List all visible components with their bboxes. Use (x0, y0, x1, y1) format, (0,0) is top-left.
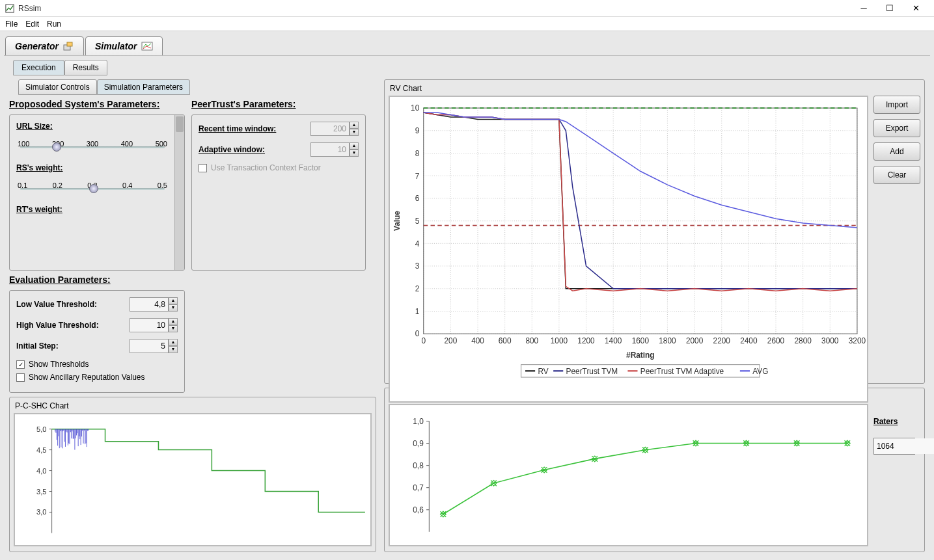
rt-weight-label: RT's weight: (16, 205, 178, 214)
svg-text:1400: 1400 (605, 336, 622, 345)
menu-file[interactable]: File (5, 20, 18, 29)
titlebar: RSsim ─ ☐ ✕ (0, 0, 934, 17)
tab-generator[interactable]: Generator (5, 36, 84, 56)
svg-text:400: 400 (471, 336, 484, 345)
svg-text:AVG: AVG (752, 367, 768, 376)
svg-text:2200: 2200 (713, 336, 731, 345)
svg-text:200: 200 (444, 336, 457, 345)
svg-text:3,0: 3,0 (36, 508, 46, 516)
import-button[interactable]: Import (873, 96, 920, 114)
rs-weight-slider[interactable]: 0.1 0.2 0.3 0.4 0.5 (16, 181, 169, 198)
svg-text:4,0: 4,0 (36, 467, 46, 475)
url-size-slider[interactable]: 100 200 300 400 500 (16, 140, 169, 157)
proposed-panel: URL Size: 100 200 300 400 (9, 114, 185, 271)
rv-chart-panel: RV Chart 0200400600800100012001400160018… (384, 79, 925, 384)
svg-text:PeerTrust TVM Adaptive: PeerTrust TVM Adaptive (640, 367, 724, 376)
show-ancillary-checkbox[interactable]: Show Ancillary Reputation Values (16, 373, 178, 382)
simulator-icon (141, 41, 153, 51)
svg-text:9: 9 (415, 126, 420, 135)
inner-tabs: Simulator Controls Simulation Parameters (18, 79, 380, 95)
checkbox-icon: ✓ (16, 360, 25, 369)
rs-weight-label: RS's weight: (16, 163, 169, 172)
low-threshold-spinner[interactable]: ▲▼ (130, 297, 178, 312)
pcshc-title: P-C-SHC Chart (14, 401, 372, 410)
svg-text:PeerTrust TVM: PeerTrust TVM (566, 367, 618, 376)
tab-results[interactable]: Results (64, 60, 107, 75)
svg-text:1: 1 (415, 307, 420, 316)
svg-text:0,8: 0,8 (413, 461, 424, 470)
recent-window-spinner[interactable]: ▲▼ (310, 122, 359, 136)
svg-text:2: 2 (415, 284, 420, 293)
svg-text:RV: RV (538, 367, 548, 376)
svg-text:1800: 1800 (659, 336, 676, 345)
svg-text:7: 7 (415, 172, 420, 181)
menu-edit[interactable]: Edit (25, 20, 39, 29)
maximize-button[interactable]: ☐ (877, 1, 903, 16)
rv-chart: 0200400600800100012001400160018002000220… (389, 96, 868, 403)
clear-button[interactable]: Clear (873, 166, 920, 184)
menu-run[interactable]: Run (47, 20, 61, 29)
init-step-spinner[interactable]: ▲▼ (130, 339, 178, 353)
url-size-label: URL Size: (16, 122, 169, 131)
app-icon (5, 4, 14, 13)
svg-rect-2 (67, 42, 72, 46)
svg-text:2600: 2600 (767, 336, 785, 345)
rv-chart-title: RV Chart (389, 84, 920, 93)
svg-text:0,9: 0,9 (413, 439, 424, 448)
svg-text:4: 4 (415, 239, 420, 248)
svg-text:6: 6 (415, 194, 420, 203)
peer-panel: Recent time window: ▲▼ Adaptive window: … (191, 114, 366, 271)
svg-text:8: 8 (415, 149, 420, 158)
svg-text:600: 600 (499, 336, 512, 345)
checkbox-icon (16, 373, 25, 382)
svg-text:2000: 2000 (686, 336, 704, 345)
svg-text:1600: 1600 (632, 336, 650, 345)
tab-execution[interactable]: Execution (13, 60, 64, 75)
high-threshold-label: High Value Threshold: (16, 321, 124, 330)
main-tabs: Generator Simulator (0, 31, 934, 56)
checkbox-icon (199, 164, 207, 172)
raters-label: Raters (873, 417, 920, 426)
add-button[interactable]: Add (873, 142, 920, 161)
recent-window-label: Recent time window: (199, 124, 305, 133)
window-title: RSsim (18, 4, 851, 13)
menubar: File Edit Run (0, 17, 934, 31)
init-step-label: Initial Step: (16, 341, 124, 351)
rs-chart-panel: RS Chart 0,60,70,80,91,0 Raters ▼ (384, 388, 925, 552)
peer-title: PeerTrust's Parameters: (191, 99, 366, 109)
svg-text:0,6: 0,6 (413, 505, 424, 514)
svg-text:3200: 3200 (849, 336, 866, 345)
tab-generator-label: Generator (15, 41, 59, 51)
show-thresholds-checkbox[interactable]: ✓ Show Thresholds (16, 360, 178, 369)
svg-text:3,5: 3,5 (36, 488, 46, 496)
low-threshold-label: Low Value Threshold: (16, 300, 124, 309)
minimize-button[interactable]: ─ (851, 1, 877, 16)
tab-sim-params[interactable]: Simulation Parameters (97, 79, 190, 95)
svg-text:1,0: 1,0 (413, 417, 424, 426)
generator-icon (62, 41, 74, 51)
svg-text:1200: 1200 (577, 336, 595, 345)
svg-text:10: 10 (411, 103, 420, 113)
pcshc-chart: 3,03,54,04,55,0 (14, 413, 372, 546)
sub-tabs: Execution Results (13, 60, 930, 75)
workspace: Execution Results Simulator Controls Sim… (4, 55, 930, 556)
svg-text:3: 3 (415, 261, 420, 271)
export-button[interactable]: Export (873, 119, 920, 137)
svg-text:0: 0 (415, 329, 420, 338)
proposed-scrollbar[interactable] (174, 115, 184, 270)
proposed-title: Proposoded System's Parameters: (9, 99, 185, 109)
tab-sim-controls[interactable]: Simulator Controls (18, 79, 97, 95)
close-button[interactable]: ✕ (903, 1, 929, 16)
high-threshold-spinner[interactable]: ▲▼ (130, 318, 178, 332)
svg-text:2800: 2800 (794, 336, 812, 345)
svg-text:4,5: 4,5 (36, 446, 46, 454)
svg-text:Value: Value (392, 211, 402, 231)
raters-combo[interactable]: ▼ (873, 438, 915, 455)
pcshc-chart-panel: P-C-SHC Chart 3,03,54,04,55,0 (9, 397, 376, 552)
adaptive-window-label: Adaptive window: (199, 145, 305, 154)
use-tcf-checkbox[interactable]: Use Transaction Context Factor (199, 163, 359, 172)
svg-text:800: 800 (525, 336, 538, 345)
adaptive-window-spinner[interactable]: ▲▼ (310, 142, 359, 157)
tab-simulator[interactable]: Simulator (85, 36, 163, 56)
svg-text:5,0: 5,0 (36, 425, 46, 433)
